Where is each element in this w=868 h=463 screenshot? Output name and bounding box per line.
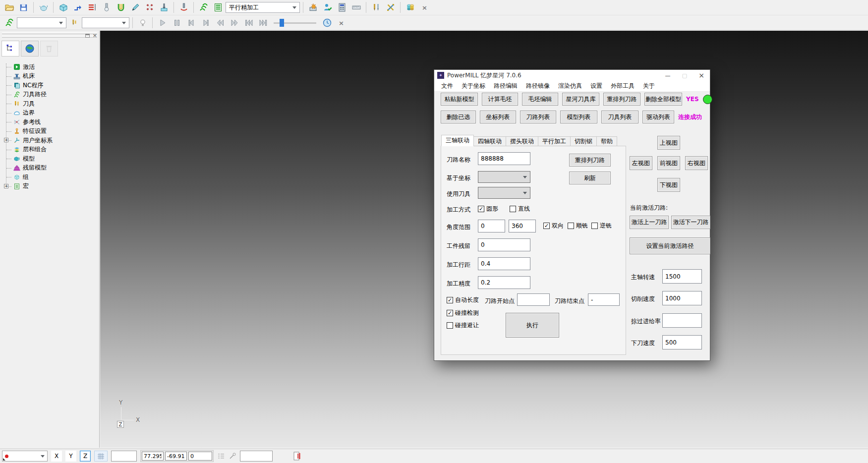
ball-tool-button[interactable] bbox=[100, 1, 113, 14]
sim-play-button[interactable] bbox=[156, 16, 169, 29]
cutting-feed-input[interactable] bbox=[662, 291, 702, 305]
activate-next-button[interactable]: 激活下一刀路 bbox=[671, 216, 710, 229]
point-distribution-button[interactable] bbox=[143, 1, 156, 14]
tool-holder-button[interactable] bbox=[157, 1, 171, 14]
axis-z-button[interactable]: Z bbox=[80, 451, 91, 462]
menu-external-tools[interactable]: 外部工具 bbox=[611, 82, 635, 90]
drive-list-button[interactable]: 驱动列表 bbox=[642, 111, 674, 123]
panel-close-button[interactable]: × bbox=[93, 32, 97, 39]
plunge-feed-input[interactable] bbox=[662, 335, 702, 349]
coord-z-field[interactable] bbox=[188, 452, 212, 461]
tree-item-patterns[interactable]: 参考线 bbox=[4, 117, 99, 127]
sim-close-button[interactable]: × bbox=[335, 16, 348, 29]
view-top-button[interactable]: 上视图 bbox=[657, 136, 680, 150]
sim-toolpath-button[interactable] bbox=[2, 16, 16, 29]
rest-machining-button[interactable] bbox=[85, 1, 99, 14]
snap-field[interactable] bbox=[111, 451, 137, 462]
drawing-button[interactable] bbox=[128, 1, 142, 14]
minimize-button[interactable]: — bbox=[659, 70, 676, 81]
tree-item-workplanes[interactable]: 用户坐标系 bbox=[4, 136, 99, 145]
paste-model-button[interactable]: 粘贴新模型 bbox=[441, 93, 478, 106]
start-point-input[interactable] bbox=[517, 293, 550, 306]
tab-3axis[interactable]: 三轴联动 bbox=[441, 135, 474, 146]
delete-all-models-button[interactable]: 删除全部模型 bbox=[644, 93, 682, 106]
toolbox-button[interactable] bbox=[306, 1, 320, 14]
cylinder-pair-button[interactable] bbox=[404, 1, 417, 14]
sim-step-back-button[interactable] bbox=[184, 16, 198, 29]
delete-selected-button[interactable]: 删除已选 bbox=[441, 111, 476, 123]
angle-to-input[interactable] bbox=[509, 220, 536, 232]
menu-render-sim[interactable]: 渲染仿真 bbox=[558, 82, 582, 90]
sim-rewind-button[interactable] bbox=[213, 16, 227, 29]
tree-item-boundaries[interactable]: 边界 bbox=[4, 109, 99, 118]
tab-4axis[interactable]: 四轴联动 bbox=[473, 136, 506, 146]
toolpath-name-input[interactable] bbox=[478, 152, 530, 165]
tolerance-field[interactable] bbox=[240, 451, 273, 462]
strategy-dropdown[interactable]: 平行精加工 bbox=[226, 2, 300, 13]
axis-y-button[interactable]: Y bbox=[65, 451, 76, 462]
tree-item-macros[interactable]: 宏 bbox=[4, 182, 99, 191]
method-line-checkbox[interactable]: 直线 bbox=[510, 205, 530, 213]
strategy-list-button[interactable] bbox=[211, 1, 225, 14]
calculator-button[interactable] bbox=[335, 1, 348, 14]
collision-avoid-checkbox[interactable]: 碰撞避让 bbox=[447, 321, 479, 330]
tree-item-nc-programs[interactable]: NC程序 bbox=[4, 81, 99, 90]
toolpath-list-button[interactable]: 刀路列表 bbox=[520, 111, 556, 123]
menu-coords[interactable]: 关于坐标 bbox=[462, 82, 485, 90]
activate-prev-button[interactable]: 激活上一刀路 bbox=[630, 216, 669, 229]
stock-input[interactable] bbox=[478, 238, 530, 251]
view-right-button[interactable]: 右视图 bbox=[685, 156, 708, 170]
draw-mode-dropdown[interactable] bbox=[2, 451, 48, 462]
tab-saw[interactable]: 切割锯 bbox=[570, 136, 597, 146]
tree-item-activate[interactable]: 激活 bbox=[4, 62, 99, 72]
sim-light-button[interactable] bbox=[136, 16, 149, 29]
tool-pair-button[interactable] bbox=[369, 1, 383, 14]
method-circle-checkbox[interactable]: 圆形 bbox=[478, 205, 498, 213]
tool-select[interactable] bbox=[478, 187, 530, 199]
coord-select[interactable] bbox=[478, 171, 530, 183]
execute-button[interactable]: 执行 bbox=[506, 313, 559, 338]
tree-item-feature-sets[interactable]: 特征设置 bbox=[4, 127, 99, 136]
tab-explorer-trash[interactable] bbox=[40, 41, 58, 57]
dialog-close-button[interactable]: × bbox=[693, 70, 710, 81]
expand-icon[interactable] bbox=[4, 138, 8, 142]
tab-explorer-tree[interactable] bbox=[1, 41, 19, 57]
set-active-path-button[interactable]: 设置当前激活路径 bbox=[630, 237, 710, 254]
tree-item-tools[interactable]: 刀具 bbox=[4, 99, 99, 109]
tab-explorer-world[interactable] bbox=[21, 41, 39, 57]
sim-tool-button[interactable] bbox=[67, 16, 81, 29]
toolpath-button[interactable] bbox=[197, 1, 210, 14]
tab-head[interactable]: 摆头联动 bbox=[506, 136, 538, 146]
coord-x-field[interactable] bbox=[142, 452, 164, 461]
create-block-button[interactable] bbox=[57, 1, 70, 14]
menu-file[interactable]: 文件 bbox=[441, 82, 453, 90]
tree-item-toolpaths[interactable]: 刀具路径 bbox=[4, 90, 99, 100]
slider-thumb[interactable] bbox=[280, 19, 284, 27]
grid-toggle-button[interactable] bbox=[94, 451, 108, 462]
menu-about[interactable]: 关于 bbox=[643, 82, 655, 90]
sim-tool-dropdown[interactable] bbox=[82, 17, 129, 28]
panel-float-icon[interactable] bbox=[85, 34, 90, 38]
open-button[interactable] bbox=[2, 1, 16, 14]
collision-check-checkbox[interactable]: 碰撞检测 bbox=[447, 309, 479, 317]
tab-parallel[interactable]: 平行加工 bbox=[538, 136, 571, 146]
viewmill-button[interactable] bbox=[37, 1, 50, 14]
rearrange-toolpath-button[interactable]: 重排列刀路 bbox=[603, 93, 640, 106]
angle-from-input[interactable] bbox=[478, 220, 505, 232]
view-left-button[interactable]: 左视图 bbox=[630, 156, 652, 170]
sim-time-button[interactable] bbox=[320, 16, 334, 29]
menu-settings[interactable]: 设置 bbox=[590, 82, 602, 90]
tab-help[interactable]: 帮助 bbox=[596, 136, 617, 146]
both-direction-checkbox[interactable]: 双向 bbox=[543, 222, 564, 230]
tree-item-levels[interactable]: 层和组合 bbox=[4, 145, 99, 155]
toolbar-close-button[interactable]: × bbox=[418, 1, 431, 14]
panel-grip[interactable] bbox=[2, 32, 97, 34]
calc-stock-button[interactable]: 计算毛坯 bbox=[482, 93, 518, 106]
sim-toolpath-dropdown[interactable] bbox=[17, 17, 66, 28]
maximize-button[interactable]: ▢ bbox=[676, 70, 693, 81]
view-front-button[interactable]: 前视图 bbox=[657, 156, 680, 170]
tree-item-models[interactable]: 模型 bbox=[4, 154, 99, 164]
rearrange-button[interactable]: 重排列刀路 bbox=[569, 154, 611, 167]
sim-pause-button[interactable] bbox=[170, 16, 183, 29]
spindle-speed-input[interactable] bbox=[662, 269, 702, 284]
